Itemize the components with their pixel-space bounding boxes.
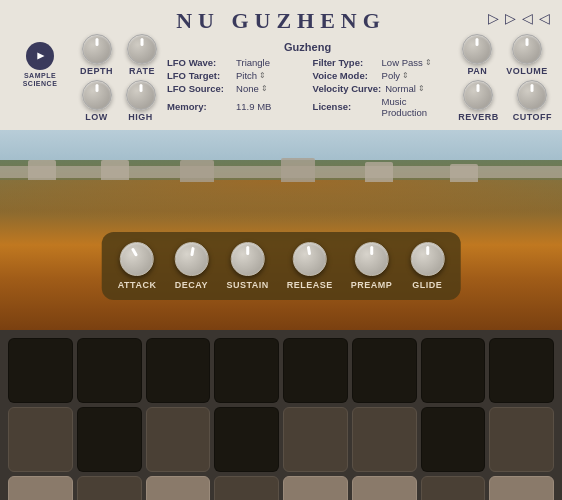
pad-1-6[interactable] <box>352 338 417 403</box>
pad-2-6[interactable] <box>352 407 417 472</box>
pad-2-5[interactable] <box>283 407 348 472</box>
voice-mode-row: Voice Mode: Poly ⇕ <box>313 70 449 81</box>
reverb-knob-item: REVERB <box>458 80 499 122</box>
logo-text: SAMPLE SCIENCE <box>23 72 58 89</box>
pan-knob-item: PAN <box>462 34 492 76</box>
pad-1-3[interactable] <box>146 338 211 403</box>
decay-item: DECAY <box>174 242 208 290</box>
title-area: NU GUZHENG <box>176 8 386 34</box>
license-value: Music Production <box>382 96 449 118</box>
pan-knob[interactable] <box>462 34 492 64</box>
back-icon[interactable]: ◁ <box>522 10 533 26</box>
image-section: ATTACK DECAY SUSTAIN RELEASE PREAMP GLID… <box>0 130 562 330</box>
cutoff-label: CUTOFF <box>513 112 552 122</box>
volume-knob[interactable] <box>512 34 542 64</box>
bottom-right-knobs: REVERB CUTOFF <box>458 80 552 122</box>
memory-row: Memory: 11.9 MB <box>167 96 303 118</box>
lfo-source-row: LFO Source: None ⇕ <box>167 83 303 94</box>
pad-1-4[interactable] <box>214 338 279 403</box>
attack-item: ATTACK <box>118 242 157 290</box>
lfo-wave-value: Triangle <box>236 57 270 68</box>
attack-label: ATTACK <box>118 280 157 290</box>
low-knob[interactable] <box>82 80 112 110</box>
pad-2-3[interactable] <box>146 407 211 472</box>
glide-knob[interactable] <box>410 242 444 276</box>
knob-group-right: PAN VOLUME REVERB CUTOFF <box>458 34 552 126</box>
pad-2-7[interactable] <box>421 407 486 472</box>
preamp-item: PREAMP <box>351 242 393 290</box>
info-grid: LFO Wave: Triangle Filter Type: Low Pass… <box>167 57 448 118</box>
attack-knob[interactable] <box>120 242 154 276</box>
voice-mode-value[interactable]: Poly ⇕ <box>382 70 409 81</box>
velocity-value[interactable]: Normal ⇕ <box>385 83 425 94</box>
pad-3-2[interactable] <box>77 476 142 501</box>
high-knob[interactable] <box>126 80 156 110</box>
pad-1-1[interactable] <box>8 338 73 403</box>
stop-icon[interactable]: ◁ <box>539 10 550 26</box>
pad-3-6[interactable] <box>352 476 417 501</box>
high-label: HIGH <box>128 112 153 122</box>
release-knob[interactable] <box>293 242 327 276</box>
pan-label: PAN <box>467 66 487 76</box>
low-label: LOW <box>85 112 108 122</box>
lfo-wave-row: LFO Wave: Triangle <box>167 57 303 68</box>
play-icon[interactable]: ▷ <box>488 10 499 26</box>
release-item: RELEASE <box>287 242 333 290</box>
pads-row-1 <box>8 338 554 403</box>
pad-3-8[interactable] <box>489 476 554 501</box>
pad-3-1[interactable] <box>8 476 73 501</box>
reverb-knob[interactable] <box>463 80 493 110</box>
pad-3-3[interactable] <box>146 476 211 501</box>
pad-1-5[interactable] <box>283 338 348 403</box>
lfo-target-row: LFO Target: Pitch ⇕ <box>167 70 303 81</box>
top-panel: SAMPLE SCIENCE NU GUZHENG ▷ ▷ ◁ ◁ DEPTH <box>0 0 562 130</box>
license-label: License: <box>313 101 378 112</box>
cutoff-knob[interactable] <box>517 80 547 110</box>
pad-1-2[interactable] <box>77 338 142 403</box>
pad-3-7[interactable] <box>421 476 486 501</box>
knob-group-left: DEPTH RATE LOW HIGH <box>80 34 157 126</box>
preamp-label: PREAMP <box>351 280 393 290</box>
filter-type-value[interactable]: Low Pass ⇕ <box>382 57 432 68</box>
depth-knob-item: DEPTH <box>80 34 113 76</box>
pad-1-7[interactable] <box>421 338 486 403</box>
sustain-knob[interactable] <box>231 242 265 276</box>
instrument-container: SAMPLE SCIENCE NU GUZHENG ▷ ▷ ◁ ◁ DEPTH <box>0 0 562 500</box>
rewind-icon[interactable]: ▷ <box>505 10 516 26</box>
velocity-row: Velocity Curve: Normal ⇕ <box>313 83 449 94</box>
glide-item: GLIDE <box>410 242 444 290</box>
reverb-label: REVERB <box>458 112 499 122</box>
lfo-target-value[interactable]: Pitch ⇕ <box>236 70 266 81</box>
top-left-knobs: DEPTH RATE <box>80 34 157 76</box>
pads-row-3 <box>8 476 554 501</box>
decay-knob[interactable] <box>174 242 208 276</box>
pad-3-5[interactable] <box>283 476 348 501</box>
pads-row-2 <box>8 407 554 472</box>
pad-2-1[interactable] <box>8 407 73 472</box>
info-panel: Guzheng LFO Wave: Triangle Filter Type: … <box>167 41 448 118</box>
rate-knob-item: RATE <box>127 34 157 76</box>
depth-label: DEPTH <box>80 66 113 76</box>
low-knob-item: LOW <box>82 80 112 122</box>
top-right-knobs: PAN VOLUME <box>462 34 548 76</box>
preamp-knob[interactable] <box>355 242 389 276</box>
memory-value: 11.9 MB <box>236 101 271 112</box>
sustain-item: SUSTAIN <box>226 242 268 290</box>
preset-name: Guzheng <box>167 41 448 53</box>
voice-mode-label: Voice Mode: <box>313 70 378 81</box>
volume-label: VOLUME <box>506 66 548 76</box>
rate-knob[interactable] <box>127 34 157 64</box>
bottom-left-knobs: LOW HIGH <box>82 80 156 122</box>
pad-2-8[interactable] <box>489 407 554 472</box>
release-label: RELEASE <box>287 280 333 290</box>
pad-2-2[interactable] <box>77 407 142 472</box>
depth-knob[interactable] <box>82 34 112 64</box>
rate-label: RATE <box>129 66 155 76</box>
pads-section <box>0 330 562 500</box>
pad-1-8[interactable] <box>489 338 554 403</box>
glide-label: GLIDE <box>412 280 442 290</box>
pad-3-4[interactable] <box>214 476 279 501</box>
lfo-source-value[interactable]: None ⇕ <box>236 83 268 94</box>
decay-label: DECAY <box>175 280 208 290</box>
pad-2-4[interactable] <box>214 407 279 472</box>
